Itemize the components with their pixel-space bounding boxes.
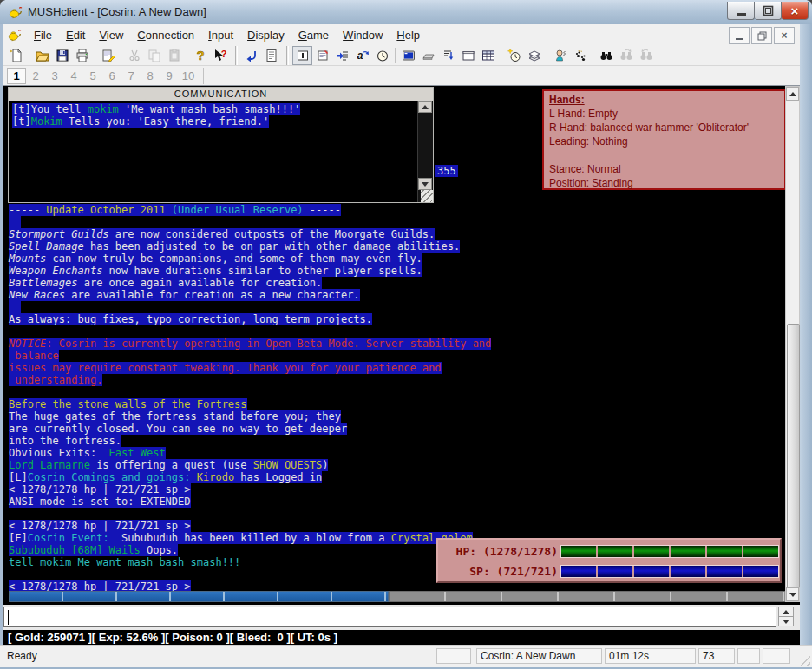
window-resize-grip[interactable]: [799, 654, 810, 666]
tab-4[interactable]: 4: [64, 68, 83, 84]
copy-icon: [147, 49, 161, 62]
comm-resize-grip[interactable]: [421, 190, 433, 202]
horizontal-scrollbar-track[interactable]: [389, 591, 787, 602]
output-line: Stormport Guilds are now considered outp…: [9, 228, 491, 240]
vitals-panel: HP: (1278/1278) SP: (721/721): [436, 538, 782, 583]
tabbar-divider: [203, 68, 204, 84]
toolbar-find-prev-button[interactable]: [636, 46, 656, 65]
tab-8[interactable]: 8: [141, 68, 160, 84]
window-minimize-button[interactable]: [727, 2, 755, 20]
toolbar-send-file-button[interactable]: [524, 46, 544, 65]
timers-icon: [376, 49, 390, 62]
toolbar-print-button[interactable]: [72, 46, 92, 65]
toolbar-save-button[interactable]: [52, 46, 72, 65]
tab-9[interactable]: 9: [160, 68, 179, 84]
toolbar-reconnect-button[interactable]: [241, 46, 261, 65]
mdi-close-button[interactable]: ×: [774, 27, 795, 44]
horizontal-scrollbar-thumb[interactable]: [9, 591, 389, 602]
arrow-up-icon: [422, 105, 429, 109]
output-line: [E]Cosrin Event: Sububuduh has been kill…: [9, 532, 491, 544]
tab-2[interactable]: 2: [26, 68, 45, 84]
toolbar-find-button[interactable]: [596, 46, 616, 65]
toolbar-new-file-button[interactable]: [6, 46, 26, 65]
output-line: issues may require constant tweaking. Th…: [9, 362, 491, 374]
toolbar-sort-lines-button[interactable]: [438, 46, 458, 65]
menu-item-help[interactable]: Help: [390, 25, 427, 45]
comm-scroll-down-button[interactable]: [418, 178, 432, 190]
comm-scroll-up-button[interactable]: [418, 101, 432, 113]
communication-titlebar[interactable]: COMMUNICATION: [9, 88, 433, 102]
toolbar-recolor-button[interactable]: a: [352, 46, 372, 65]
toolbar-keyboard-button[interactable]: [418, 46, 438, 65]
print-icon: [75, 49, 89, 62]
toolbar-open-file-button[interactable]: [32, 46, 52, 65]
input-scrollbar[interactable]: [778, 607, 794, 627]
new-file-icon: [10, 49, 23, 62]
titlebar[interactable]: MUSHclient - [Cosrin: A New Dawn] ×: [0, 0, 812, 25]
communication-scrollbar[interactable]: [417, 101, 433, 202]
communication-line: [t]Mokim Tells you: 'Easy there, friend.…: [12, 115, 418, 128]
toolbar-new-timer-button[interactable]: [504, 46, 524, 65]
menu-item-connection[interactable]: Connection: [130, 25, 201, 45]
toolbar-separator: [547, 48, 547, 63]
toolbar-help-button[interactable]: ?: [190, 46, 210, 65]
command-input[interactable]: [3, 607, 776, 627]
toolbar-chat-button[interactable]: [550, 46, 570, 65]
tab-5[interactable]: 5: [83, 68, 102, 84]
mdi-minimize-button[interactable]: [729, 27, 750, 44]
tab-6[interactable]: 6: [102, 68, 121, 84]
toolbar-monitor-button[interactable]: [398, 46, 418, 65]
toolbar-notepad-button[interactable]: [261, 46, 281, 65]
menu-item-view[interactable]: View: [92, 25, 130, 45]
vscroll-down-button[interactable]: [786, 587, 799, 601]
notepad-icon: [265, 49, 278, 62]
window-maximize-button[interactable]: [755, 2, 782, 20]
output-line: tell mokim Me want mash bash smash!!!: [9, 556, 491, 568]
svg-text:?: ?: [196, 49, 204, 62]
mud-output-area: COMMUNICATION [t]You tell mokim 'Me want…: [3, 86, 800, 605]
toolbar-separator: [395, 48, 396, 63]
tab-7[interactable]: 7: [121, 68, 141, 84]
input-scroll-down-button[interactable]: [778, 616, 794, 626]
vscroll-thumb[interactable]: [787, 324, 800, 588]
toolbar-edit-world-button[interactable]: [98, 46, 118, 65]
toolbar-paste-button[interactable]: [164, 46, 184, 65]
toolbar-paw-prints-button[interactable]: [570, 46, 590, 65]
mushclient-lamp-icon: [7, 4, 23, 20]
menu-item-display[interactable]: Display: [240, 25, 291, 45]
toolbar-context-help-button[interactable]: ?: [210, 46, 230, 65]
menu-item-window[interactable]: Window: [336, 25, 390, 45]
menu-item-edit[interactable]: Edit: [59, 25, 92, 45]
toolbar-cut-button[interactable]: [124, 46, 144, 65]
menu-item-file[interactable]: File: [27, 25, 59, 45]
toolbar-timers-button[interactable]: [372, 46, 392, 65]
tab-10[interactable]: 10: [179, 68, 198, 84]
toolbar-world-properties-button[interactable]: [312, 46, 332, 65]
svg-text:?: ?: [220, 49, 226, 59]
output-line: balance: [9, 350, 491, 362]
menu-item-input[interactable]: Input: [201, 25, 240, 45]
main-vertical-scrollbar[interactable]: [785, 86, 800, 602]
hands-line: Leading: Nothing: [549, 134, 779, 148]
vscroll-up-button[interactable]: [786, 87, 799, 101]
toolbar-find-next-button[interactable]: [616, 46, 636, 65]
sort-lines-icon: [442, 49, 455, 62]
tab-1[interactable]: 1: [7, 68, 26, 84]
window-close-button[interactable]: ×: [782, 2, 809, 20]
toolbar-copy-button[interactable]: [144, 46, 164, 65]
toolbar-im-window-button[interactable]: [292, 46, 312, 65]
output-line: [9, 216, 491, 228]
tab-3[interactable]: 3: [45, 68, 64, 84]
output-line: Battlemages are once again available for…: [9, 277, 491, 289]
toolbar-separator: [29, 48, 29, 63]
output-line: [9, 301, 491, 313]
toolbar-grid-view-button[interactable]: [478, 46, 498, 65]
output-line: Before the stone walls of the Fortress: [9, 398, 491, 410]
mdi-restore-button[interactable]: [751, 27, 772, 44]
menu-item-game[interactable]: Game: [291, 25, 336, 45]
keyboard-icon: [422, 49, 435, 62]
toolbar-text-panel-button[interactable]: [458, 46, 478, 65]
toolbar-separator: [121, 48, 121, 63]
statusbar-cell-line-count: 73: [698, 648, 735, 664]
toolbar-add-trigger-button[interactable]: [332, 46, 352, 65]
